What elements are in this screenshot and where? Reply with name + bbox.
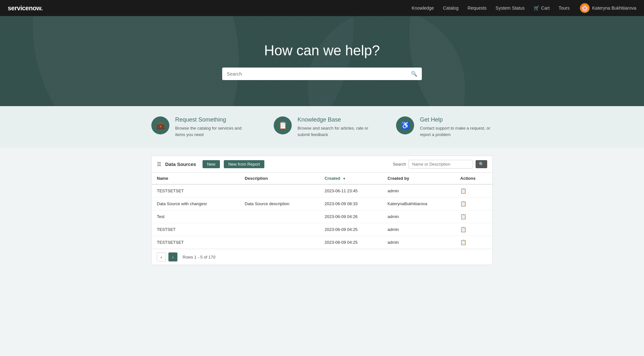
sort-arrow-icon: ▼	[343, 177, 346, 180]
cell-name-3: TESTSET	[152, 223, 240, 236]
hero-search-bar: 🔍	[222, 68, 422, 80]
logo-text: servicenow.	[8, 5, 43, 12]
cell-description-1: Data Source description	[240, 197, 319, 210]
cell-created-0: 2023-06-11 23:45	[319, 184, 382, 197]
table-row: Data Source with changesr Data Source de…	[152, 197, 492, 210]
cell-actions-0: 📋	[455, 184, 492, 197]
datasources-header: ☰ Data Sources New New from Report Searc…	[152, 156, 492, 173]
cell-description-2	[240, 210, 319, 223]
cell-created-1: 2023-06-09 08:33	[319, 197, 382, 210]
datasources-title: Data Sources	[165, 161, 196, 167]
nav-tours[interactable]: Tours	[559, 5, 570, 11]
cell-created-by-0: admin	[382, 184, 455, 197]
get-help-icon: ♿	[396, 116, 414, 134]
logo[interactable]: servicenow.	[8, 5, 43, 12]
cell-name-1: Data Source with changesr	[152, 197, 240, 210]
datasources-search-button[interactable]: 🔍	[476, 160, 487, 168]
cell-description-0	[240, 184, 319, 197]
cell-actions-1: 📋	[455, 197, 492, 210]
qa-request-something[interactable]: 💼 Request Something Browse the catalog f…	[151, 116, 248, 138]
col-header-name: Name	[152, 173, 240, 184]
action-icon-4[interactable]: 📋	[460, 240, 467, 245]
datasources-panel: ☰ Data Sources New New from Report Searc…	[151, 156, 493, 265]
col-header-created[interactable]: Created ▼	[319, 173, 382, 184]
cell-created-by-2: admin	[382, 210, 455, 223]
datasources-search-input[interactable]	[409, 160, 473, 169]
cell-created-3: 2023-06-09 04:25	[319, 223, 382, 236]
cell-created-4: 2023-06-09 04:25	[319, 236, 382, 249]
cell-created-by-3: admin	[382, 223, 455, 236]
knowledge-base-icon: 📋	[274, 116, 292, 134]
cell-created-by-4: admin	[382, 236, 455, 249]
qa-knowledge-text: Knowledge Base Browse and search for art…	[298, 116, 370, 138]
table-row: TESTSET 2023-06-09 04:25 admin 📋	[152, 223, 492, 236]
hero-title: How can we help?	[264, 42, 380, 59]
col-header-description: Description	[240, 173, 319, 184]
cart-icon: 🛒	[534, 5, 540, 11]
qa-request-title: Request Something	[175, 116, 248, 123]
hero-search-input[interactable]	[227, 71, 408, 77]
cell-created-by-1: KaterynaBukhtiiarova	[382, 197, 455, 210]
user-name: Kateryna Bukhtiiarova	[592, 5, 636, 11]
nav-requests[interactable]: Requests	[468, 5, 487, 11]
qa-help-desc: Contact support to make a request, or re…	[420, 125, 493, 138]
qa-request-desc: Browse the catalog for services and item…	[175, 125, 248, 138]
table-row: TESTSETSET 2023-06-11 23:45 admin 📋	[152, 184, 492, 197]
table-row: TESTSETSET 2023-06-09 04:25 admin 📋	[152, 236, 492, 249]
nav-system-status[interactable]: System Status	[496, 5, 525, 11]
nav-cart[interactable]: 🛒 Cart	[534, 5, 549, 11]
prev-page-button[interactable]: ‹	[157, 252, 166, 261]
hamburger-icon: ☰	[157, 161, 161, 167]
col-header-actions: Actions	[455, 173, 492, 184]
header-search-area: Search 🔍	[393, 160, 487, 169]
qa-get-help[interactable]: ♿ Get Help Contact support to make a req…	[396, 116, 493, 138]
cell-name-4: TESTSETSET	[152, 236, 240, 249]
hero-search-icon[interactable]: 🔍	[411, 71, 417, 77]
qa-help-text: Get Help Contact support to make a reque…	[420, 116, 493, 138]
navbar: servicenow. Knowledge Catalog Requests S…	[0, 0, 644, 16]
cell-name-0: TESTSETSET	[152, 184, 240, 197]
cell-description-3	[240, 223, 319, 236]
qa-knowledge-title: Knowledge Base	[298, 116, 370, 123]
cell-name-2: Test	[152, 210, 240, 223]
user-menu[interactable]: 🌸 Kateryna Bukhtiiarova	[580, 3, 636, 13]
datasources-table: Name Description Created ▼ Created by Ac…	[152, 173, 492, 249]
cell-created-2: 2023-06-09 04:26	[319, 210, 382, 223]
qa-knowledge-base[interactable]: 📋 Knowledge Base Browse and search for a…	[274, 116, 370, 138]
page-info: Rows 1 - 5 of 170	[183, 255, 215, 260]
action-icon-2[interactable]: 📋	[460, 214, 467, 219]
cell-actions-2: 📋	[455, 210, 492, 223]
nav-catalog[interactable]: Catalog	[443, 5, 459, 11]
navbar-links: Knowledge Catalog Requests System Status…	[412, 5, 570, 11]
table-header-row: Name Description Created ▼ Created by Ac…	[152, 173, 492, 184]
col-header-created-by: Created by	[382, 173, 455, 184]
next-page-button[interactable]: ›	[168, 252, 177, 261]
cell-actions-3: 📋	[455, 223, 492, 236]
qa-knowledge-desc: Browse and search for articles, rate or …	[298, 125, 370, 138]
new-button[interactable]: New	[203, 160, 220, 168]
new-from-report-button[interactable]: New from Report	[224, 160, 264, 168]
quick-access-section: 💼 Request Something Browse the catalog f…	[0, 106, 644, 148]
cart-label: Cart	[541, 5, 549, 11]
cell-actions-4: 📋	[455, 236, 492, 249]
action-icon-0[interactable]: 📋	[460, 188, 467, 194]
search-label: Search	[393, 162, 406, 167]
action-icon-1[interactable]: 📋	[460, 201, 467, 206]
qa-request-text: Request Something Browse the catalog for…	[175, 116, 248, 138]
pagination: ‹ › Rows 1 - 5 of 170	[152, 249, 492, 265]
cell-description-4	[240, 236, 319, 249]
qa-help-title: Get Help	[420, 116, 493, 123]
avatar: 🌸	[580, 3, 590, 13]
table-row: Test 2023-06-09 04:26 admin 📋	[152, 210, 492, 223]
hero-section: How can we help? 🔍	[0, 16, 644, 106]
request-something-icon: 💼	[151, 116, 169, 134]
nav-knowledge[interactable]: Knowledge	[412, 5, 434, 11]
action-icon-3[interactable]: 📋	[460, 227, 467, 232]
main-content: ☰ Data Sources New New from Report Searc…	[145, 148, 499, 278]
